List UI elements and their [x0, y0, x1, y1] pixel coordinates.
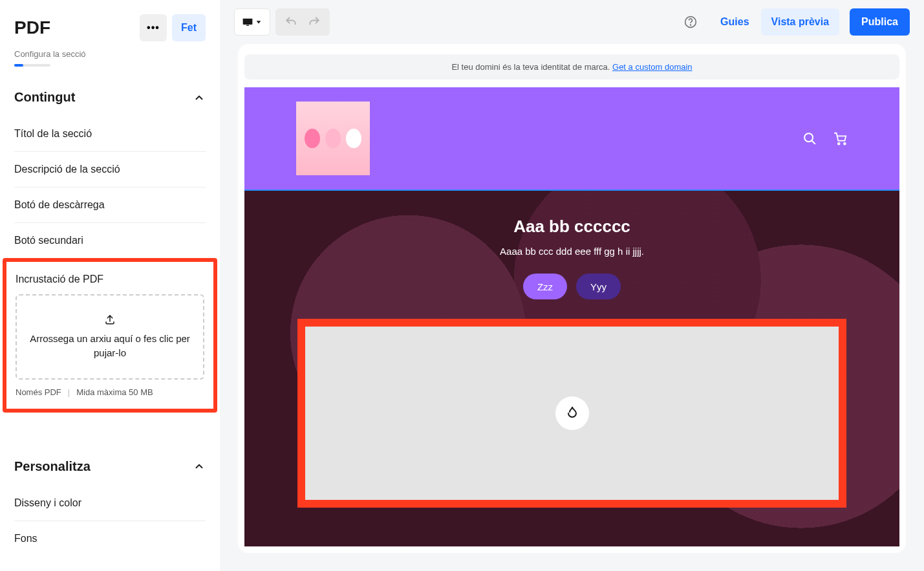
hero-subtitle: Aaaa bb ccc ddd eee fff gg h ii jjjj.	[244, 246, 899, 257]
guides-button[interactable]: Guies	[714, 16, 755, 28]
upload-hint-size: Mida màxima 50 MB	[76, 387, 153, 397]
cart-icon[interactable]	[833, 131, 848, 145]
help-icon[interactable]	[682, 13, 700, 31]
banner-link[interactable]: Get a custom domain	[612, 62, 693, 72]
sidebar-header: PDF ••• Fet	[0, 0, 220, 49]
accordion-content-header[interactable]: Contingut	[14, 78, 206, 116]
search-icon[interactable]	[802, 131, 817, 145]
hero-secondary-button[interactable]: Yyy	[576, 274, 621, 299]
panel-item-section-title[interactable]: Títol de la secció	[14, 116, 206, 152]
accordion-personalize-header[interactable]: Personalitza	[14, 447, 206, 486]
caret-down-icon	[255, 19, 262, 25]
hero-section: Aaa bb cccccc Aaaa bb ccc ddd eee fff gg…	[244, 189, 899, 546]
canvas: El teu domini és la teva identitat de ma…	[238, 44, 906, 553]
site-logo[interactable]	[296, 102, 370, 175]
hero-buttons: Zzz Yyy	[244, 274, 899, 299]
panel-item-secondary-btn[interactable]: Botó secundari	[14, 223, 206, 258]
svg-line-7	[811, 140, 815, 144]
panel-item-section-desc[interactable]: Descripció de la secció	[14, 152, 206, 188]
pdf-embed-title: Incrustació de PDF	[16, 274, 204, 285]
pdf-embed-block: Incrustació de PDF Arrossega un arxiu aq…	[16, 262, 204, 409]
upload-dropzone-text: Arrossega un arxiu aquí o fes clic per p…	[25, 332, 195, 360]
more-button[interactable]: •••	[140, 14, 167, 41]
hero-primary-button[interactable]: Zzz	[523, 274, 567, 299]
pdf-placeholder[interactable]	[305, 327, 839, 500]
preview-button[interactable]: Vista prèvia	[761, 8, 840, 36]
balloon-image	[305, 129, 361, 148]
svg-point-5	[691, 25, 691, 25]
domain-banner: El teu domini és la teva identitat de ma…	[244, 54, 899, 80]
pdf-embed-highlight: Incrustació de PDF Arrossega un arxiu aq…	[3, 258, 217, 413]
pdf-icon	[555, 396, 589, 430]
sidebar-subtitle: Configura la secció	[0, 49, 220, 59]
svg-point-8	[838, 143, 840, 145]
chevron-up-icon	[193, 460, 206, 473]
panel-item-background[interactable]: Fons	[14, 521, 206, 556]
svg-point-9	[844, 143, 846, 145]
sidebar: PDF ••• Fet Configura la secció Contingu…	[0, 0, 220, 571]
site-header-icons	[802, 131, 848, 145]
upload-hint-sep: |	[68, 387, 70, 397]
panel-item-download-btn[interactable]: Botó de descàrrega	[14, 188, 206, 223]
pdf-placeholder-highlight	[297, 319, 846, 508]
upload-hint: Només PDF | Mida màxima 50 MB	[16, 387, 204, 397]
banner-text: El teu domini és la teva identitat de ma…	[451, 62, 610, 72]
accordion-personalize-title: Personalitza	[14, 459, 91, 474]
sidebar-progress	[14, 64, 50, 67]
hero-title: Aaa bb cccccc	[244, 217, 899, 237]
publish-button[interactable]: Publica	[850, 8, 910, 36]
redo-button[interactable]	[308, 16, 321, 28]
svg-rect-2	[246, 25, 249, 26]
accordion-content: Contingut Títol de la secció Descripció …	[0, 78, 220, 556]
upload-dropzone[interactable]: Arrossega un arxiu aquí o fes clic per p…	[16, 294, 204, 380]
upload-hint-only: Només PDF	[16, 387, 61, 397]
panel-item-design-color[interactable]: Disseny i color	[14, 486, 206, 521]
topbar: Guies Vista prèvia Publica	[220, 0, 924, 44]
svg-marker-3	[257, 21, 261, 23]
chevron-up-icon	[193, 91, 206, 104]
sidebar-header-actions: ••• Fet	[140, 14, 206, 41]
main: Guies Vista prèvia Publica El teu domini…	[220, 0, 924, 571]
undo-button[interactable]	[285, 16, 297, 28]
canvas-scroll[interactable]: El teu domini és la teva identitat de ma…	[220, 44, 924, 571]
desktop-icon	[242, 18, 253, 26]
accordion-content-title: Contingut	[14, 90, 75, 105]
done-button[interactable]: Fet	[172, 14, 206, 41]
svg-rect-1	[243, 19, 253, 25]
sidebar-title: PDF	[14, 17, 50, 38]
device-switcher[interactable]	[234, 8, 270, 36]
site-header	[244, 87, 899, 189]
undo-redo-group	[275, 8, 330, 36]
upload-icon	[25, 314, 195, 325]
